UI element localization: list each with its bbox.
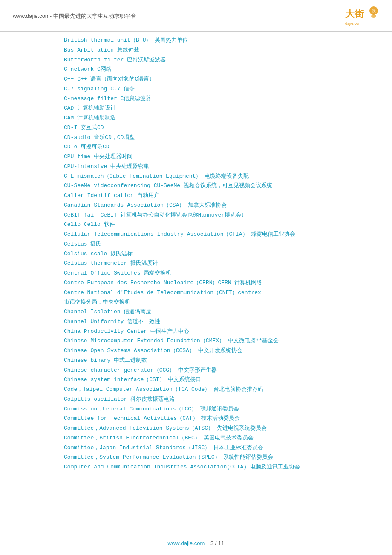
list-item: Central Office Switches 局端交换机	[64, 269, 328, 278]
list-item: Centre European des Recherche Nucleaire（…	[64, 278, 328, 288]
list-item: Canadian Standards Association（CSA） 加拿大标…	[64, 201, 328, 211]
svg-text:大街: 大街	[345, 9, 364, 19]
svg-text:沃: 沃	[372, 9, 376, 13]
page-footer: www.dajie.com 3 / 11	[0, 540, 392, 546]
logo-box: 大街 沃 dajie.com	[345, 4, 379, 28]
logo-svg: 大街 沃 dajie.com	[343, 4, 381, 28]
list-item: Cello Cello 软件	[64, 220, 328, 230]
list-item: China Productivity Center 中国生产力中心	[64, 327, 328, 337]
list-item: Committee，British Electrotechnical（BEC） …	[64, 434, 328, 443]
list-item: Chinese character generator（CCG） 中文字形产生器	[64, 366, 328, 376]
list-item: Committee，System Performance Evaluation（…	[64, 453, 328, 462]
list-item: CTE mismatch（Cable Temination Equipment）…	[64, 172, 328, 182]
list-item: CPU time 中央处理器时间	[64, 152, 328, 162]
list-item: Celsius 摄氏	[64, 240, 328, 249]
site-tagline: www.dajie.com- 中国最先进的大学生互动求职平台	[13, 12, 136, 20]
list-item: Chinese system interface（CSI） 中文系统接口	[64, 375, 328, 385]
list-item: Committee，Japan Industrial Standards（JIS…	[64, 443, 328, 453]
list-item: Committee，Advanced Television Systems（AT…	[64, 424, 328, 434]
list-item: Caller Identification 自动用户	[64, 191, 328, 201]
list-item: Celsius scale 摄氏温标	[64, 249, 328, 259]
list-item: CD-audio 音乐CD，CD唱盘	[64, 133, 328, 143]
list-item: CU-SeeMe videoconferencing CU-SeeMe 视频会议…	[64, 181, 328, 191]
list-item: C-7 signaling C-7 信令	[64, 84, 328, 94]
list-item: Computer and Communication Industries As…	[64, 462, 328, 472]
main-content: British thermal unit（BTU） 英国热力单位Bus Arbi…	[0, 32, 392, 498]
list-item: CPU-intensive 中央处理器密集	[64, 162, 328, 172]
footer-link[interactable]: www.dajie.com	[168, 540, 205, 546]
list-item: Centre National d'Etudes de Telecommunic…	[64, 288, 328, 298]
list-item: Cellular Telecommunications Industry Ass…	[64, 230, 328, 240]
svg-point-4	[371, 14, 376, 18]
page-number: 3 / 11	[210, 540, 225, 546]
list-item: Chinese Microcomputer Extended Foundatio…	[64, 336, 328, 346]
list-item: Commission，Federal Communications（FCC） 联…	[64, 405, 328, 414]
list-item: C-message filter C信息滤波器	[64, 94, 328, 104]
list-item: C network C网络	[64, 65, 328, 75]
list-item: CAD 计算机辅助设计	[64, 104, 328, 113]
list-item: Code，Taipei Computer Association（TCA Cod…	[64, 385, 328, 395]
list-item: Committee for Technical Activities（CAT） …	[64, 414, 328, 424]
list-item: Butterworth filter 巴特沃斯滤波器	[64, 55, 328, 65]
list-item: Channel Uniformity 信道不一致性	[64, 317, 328, 327]
list-item: 市话交换分局，中央交换机	[64, 298, 328, 307]
svg-text:dajie.com: dajie.com	[345, 21, 362, 26]
logo: 大街 沃 dajie.com	[345, 4, 379, 28]
list-item: Chinese Open Systems Association（COSA） 中…	[64, 346, 328, 356]
list-item: CeBIT fair CeBIT 计算机与办公自动化博览会也称Hannover博…	[64, 211, 328, 220]
list-item: C++ C++ 语言（面向对象的C语言）	[64, 75, 328, 84]
list-item: British thermal unit（BTU） 英国热力单位	[64, 36, 328, 46]
list-item: CD-e 可擦可录CD	[64, 142, 328, 152]
list-item: CD-I 交互式CD	[64, 123, 328, 133]
list-item: Colpitts oscillator 科尔皮兹振荡电路	[64, 395, 328, 405]
page-header: www.dajie.com- 中国最先进的大学生互动求职平台 大街 沃 daji…	[0, 0, 392, 32]
list-item: Chinese binary 中式二进制数	[64, 356, 328, 366]
list-item: CAM 计算机辅助制造	[64, 113, 328, 123]
list-item: Bus Arbitration 总线仲裁	[64, 46, 328, 55]
list-item: Celsius thermometer 摄氏温度计	[64, 259, 328, 269]
list-item: Channel Isolation 信道隔离度	[64, 307, 328, 317]
